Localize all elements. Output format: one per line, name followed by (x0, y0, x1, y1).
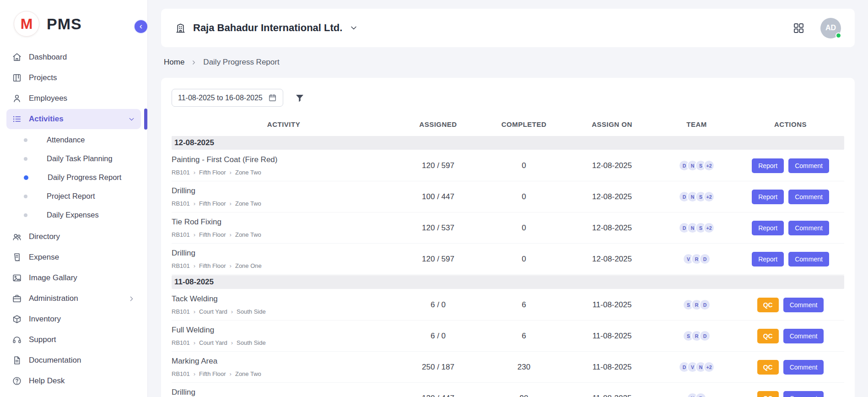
team-member-badge[interactable]: D (699, 330, 711, 342)
comment-button[interactable]: Comment (788, 190, 829, 204)
team-member-badge[interactable]: +2 (703, 191, 715, 202)
chevron-right-icon: › (194, 371, 195, 377)
projects-icon (12, 73, 22, 83)
sidebar-item-projects[interactable]: Projects (6, 68, 141, 88)
sidebar-subitem-label: Daily Expenses (47, 211, 99, 219)
team-member-badge[interactable]: +2 (703, 222, 715, 234)
report-button[interactable]: Report (752, 252, 784, 266)
table-row: Painting - First Coat (Fire Red)RB101›Fi… (172, 150, 844, 181)
path-segment: Zone Two (235, 370, 261, 377)
column-header-actions: ACTIONS (737, 120, 844, 128)
people-icon (12, 232, 22, 242)
sidebar-subitem-daily-task-planning[interactable]: Daily Task Planning (6, 149, 141, 168)
table-row: Tack WeldingRB101›Court Yard›South Side6… (172, 289, 844, 321)
table-row: Tie Rod FixingRB101›Fifth Floor›Zone Two… (172, 212, 844, 244)
sidebar-item-inventory[interactable]: Inventory (6, 309, 141, 329)
table-row: DrillingRB101›Fifth Floor›Zone Two100 / … (172, 181, 844, 212)
team-avatars: SRD (657, 299, 737, 310)
comment-button[interactable]: Comment (783, 360, 824, 375)
receipt-icon (12, 252, 22, 262)
user-avatar[interactable]: AD (820, 18, 841, 38)
chevron-right-icon: › (194, 232, 195, 238)
activity-cell: Painting - First Coat (Fire Red)RB101›Fi… (172, 155, 396, 176)
activity-cell: Tack WeldingRB101›Court Yard›South Side (172, 294, 396, 315)
qc-button[interactable]: QC (757, 360, 779, 375)
table-row: DrillingRB101›Fifth Floor›Zone One120 / … (172, 244, 844, 275)
bullet-dot-icon (24, 195, 27, 198)
list-icon (12, 114, 22, 124)
sidebar-subitem-project-report[interactable]: Project Report (6, 187, 141, 206)
activity-location-path: RB101›Fifth Floor›Zone One (172, 262, 388, 269)
avatar-initials: AD (825, 24, 836, 32)
activity-cell: DrillingRB101›Fifth Floor›Zone Two (172, 388, 396, 397)
team-member-badge[interactable]: D (699, 253, 711, 265)
qc-button[interactable]: QC (757, 391, 779, 397)
app-root: M PMS ‹ DashboardProjectsEmployeesActivi… (0, 0, 868, 397)
report-button[interactable]: Report (752, 221, 784, 235)
team-member-badge[interactable]: R (695, 392, 706, 397)
team-member-badge[interactable]: +2 (703, 361, 715, 373)
assign-on-value: 12-08-2025 (567, 192, 657, 201)
sidebar-item-documentation[interactable]: Documentation (6, 350, 141, 370)
path-segment: Zone Two (235, 200, 261, 207)
table-row: DrillingRB101›Fifth Floor›Zone Two120 / … (172, 383, 844, 397)
date-range-value: 11-08-2025 to 16-08-2025 (178, 94, 263, 102)
sidebar-item-support[interactable]: Support (6, 330, 141, 350)
comment-button[interactable]: Comment (783, 329, 824, 343)
completed-value: 230 (480, 363, 567, 372)
report-button[interactable]: Report (752, 190, 784, 204)
breadcrumb-item-home[interactable]: Home (164, 58, 184, 67)
path-segment: South Side (237, 339, 266, 346)
company-selector[interactable]: Raja Bahadur International Ltd. (175, 22, 358, 34)
comment-button[interactable]: Comment (783, 391, 824, 397)
activity-location-path: RB101›Court Yard›South Side (172, 308, 388, 315)
bullet-dot-icon (24, 213, 27, 217)
completed-value: 0 (480, 161, 567, 170)
comment-button[interactable]: Comment (788, 158, 829, 173)
row-actions: QCComment (737, 329, 844, 343)
path-segment: South Side (237, 308, 266, 315)
topbar-right: AD (793, 18, 841, 38)
sidebar-item-image-gallary[interactable]: Image Gallary (6, 268, 141, 288)
brand: M PMS (0, 0, 147, 45)
date-range-input[interactable]: 11-08-2025 to 16-08-2025 (172, 89, 283, 107)
row-actions: ReportComment (737, 221, 844, 235)
sidebar-collapse-button[interactable]: ‹ (134, 19, 148, 34)
qc-button[interactable]: QC (757, 298, 779, 312)
activity-title: Drilling (172, 388, 388, 397)
sidebar-subitem-daily-progress-report[interactable]: Daily Progress Report (6, 168, 141, 187)
completed-value: 0 (480, 255, 567, 264)
sidebar-item-label: Directory (29, 232, 60, 241)
team-member-badge[interactable]: D (699, 299, 711, 310)
apps-grid-icon[interactable] (793, 22, 805, 34)
filter-icon[interactable] (294, 92, 305, 103)
path-segment: Fifth Floor (199, 262, 226, 269)
comment-button[interactable]: Comment (783, 298, 824, 312)
path-segment: RB101 (172, 200, 190, 207)
activity-location-path: RB101›Fifth Floor›Zone Two (172, 200, 388, 207)
sidebar-item-expense[interactable]: Expense (6, 247, 141, 267)
image-icon (12, 273, 22, 283)
path-segment: Court Yard (199, 308, 227, 315)
row-actions: ReportComment (737, 252, 844, 266)
sidebar-item-administration[interactable]: Administration (6, 288, 141, 309)
row-actions: QCComment (737, 298, 844, 312)
sidebar-item-directory[interactable]: Directory (6, 227, 141, 247)
completed-value: 6 (480, 300, 567, 310)
row-actions: QCComment (737, 391, 844, 397)
path-segment: Fifth Floor (199, 370, 226, 377)
report-button[interactable]: Report (752, 158, 784, 173)
comment-button[interactable]: Comment (788, 252, 829, 266)
sidebar-item-dashboard[interactable]: Dashboard (6, 47, 141, 67)
sidebar-subitem-attendance[interactable]: Attendance (6, 131, 141, 149)
sidebar-item-label: Employees (29, 94, 67, 103)
comment-button[interactable]: Comment (788, 221, 829, 235)
sidebar-item-employees[interactable]: Employees (6, 88, 141, 109)
doc-icon (12, 355, 22, 365)
team-member-badge[interactable]: +2 (703, 160, 715, 171)
sidebar-item-help-desk[interactable]: Help Desk (6, 371, 141, 391)
sidebar-item-activities[interactable]: Activities (6, 109, 141, 129)
qc-button[interactable]: QC (757, 329, 779, 343)
sidebar-subitem-daily-expenses[interactable]: Daily Expenses (6, 206, 141, 224)
team-avatars: DVN+2 (657, 361, 737, 373)
